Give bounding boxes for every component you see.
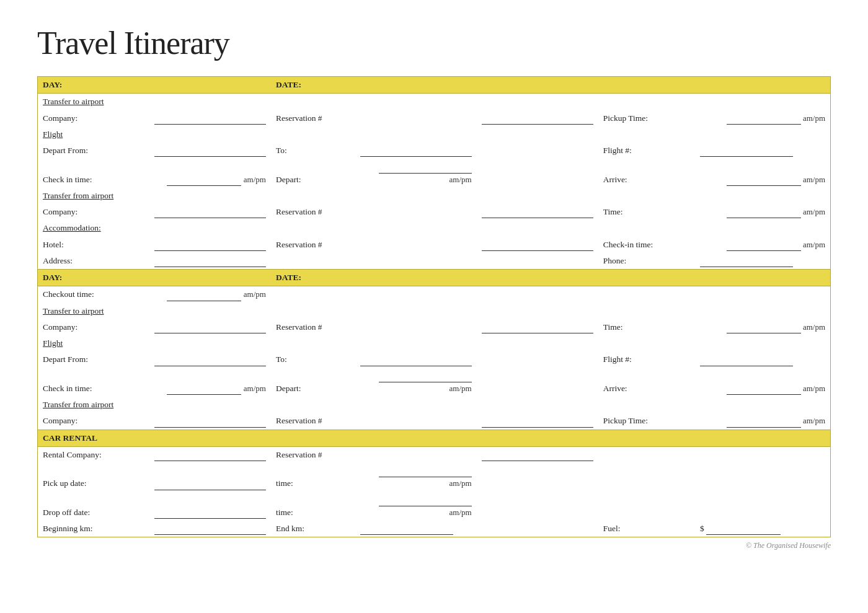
transfer-from-2-label-row: Transfer from airport xyxy=(38,397,831,413)
phone-label: Phone: xyxy=(598,253,695,270)
transfer-to-airport-1-row: Transfer to airport xyxy=(38,94,831,110)
reservation-1-field[interactable] xyxy=(477,110,598,126)
dropoff-date-field[interactable] xyxy=(149,492,271,521)
flight-hash-2-label: Flight #: xyxy=(598,351,695,368)
reservation-to-2-field[interactable] xyxy=(477,319,598,335)
beginning-km-field[interactable] xyxy=(149,521,271,537)
depart-from-1-field[interactable] xyxy=(149,143,271,159)
flight-2-checkin-row: Check in time: am/pm Depart: am/pm Arriv… xyxy=(38,368,831,397)
to-1-field[interactable] xyxy=(355,143,477,159)
checkin-1-field[interactable]: am/pm xyxy=(149,159,271,188)
section1-header: DAY: DATE: xyxy=(38,77,831,94)
time-car-pickup-label: time: xyxy=(271,463,355,492)
date-label-1: DATE: xyxy=(271,77,831,94)
arrive-2-field[interactable]: am/pm xyxy=(695,368,831,397)
hotel-field[interactable] xyxy=(149,237,271,253)
flight-1-label-row: Flight xyxy=(38,126,831,143)
km-row: Beginning km: End km: Fuel: $ xyxy=(38,521,831,537)
company-1-label: Company: xyxy=(38,110,149,126)
pickup-time-1-field[interactable]: am/pm xyxy=(695,110,831,126)
dropoff-date-row: Drop off date: time: am/pm xyxy=(38,492,831,521)
depart-2-label: Depart: xyxy=(271,368,355,397)
flight-hash-1-label: Flight #: xyxy=(598,143,695,159)
itinerary-table: DAY: DATE: Transfer to airport Company: … xyxy=(37,76,831,537)
transfer-from-2-company-row: Company: Reservation # Pickup Time: am/p… xyxy=(38,413,831,430)
reservation-1-label: Reservation # xyxy=(271,110,477,126)
reservation-car-field[interactable] xyxy=(477,446,831,463)
reservation-car-label: Reservation # xyxy=(271,446,477,463)
day-label-2: DAY: xyxy=(38,270,271,286)
company-to-2-label: Company: xyxy=(38,319,149,335)
checkin-2-field[interactable]: am/pm xyxy=(149,368,271,397)
reservation-hotel-label: Reservation # xyxy=(271,237,477,253)
flight-2-depart-row: Depart From: To: Flight #: xyxy=(38,351,831,368)
dropoff-date-label: Drop off date: xyxy=(38,492,149,521)
time-car-pickup-field[interactable]: am/pm xyxy=(355,463,477,492)
pickup-date-label: Pick up date: xyxy=(38,463,149,492)
flight-hash-2-field[interactable] xyxy=(695,351,831,368)
page-title: Travel Itinerary xyxy=(37,25,831,61)
fuel-field[interactable]: $ xyxy=(695,521,831,537)
to-1-label: To: xyxy=(271,143,355,159)
time-to-2-label: Time: xyxy=(598,319,695,335)
depart-2-field[interactable]: am/pm xyxy=(355,368,477,397)
date-label-2: DATE: xyxy=(271,270,831,286)
rental-company-row: Rental Company: Reservation # xyxy=(38,446,831,463)
transfer-from-1-label-row: Transfer from airport xyxy=(38,188,831,204)
to-2-label: To: xyxy=(271,351,355,368)
company-from-1-field[interactable] xyxy=(149,204,271,220)
checkin-time-label: Check-in time: xyxy=(598,237,695,253)
car-rental-label: CAR RENTAL xyxy=(38,430,831,446)
company-from-2-label: Company: xyxy=(38,413,149,430)
pickup-time-1-label: Pickup Time: xyxy=(598,110,695,126)
company-1-field[interactable] xyxy=(149,110,271,126)
reservation-from-2-field[interactable] xyxy=(477,413,598,430)
to-2-field[interactable] xyxy=(355,351,477,368)
copyright: © The Organised Housewife xyxy=(37,541,831,550)
checkout-field[interactable]: am/pm xyxy=(149,286,271,303)
depart-from-1-label: Depart From: xyxy=(38,143,149,159)
pickup-time-2-label: Pickup Time: xyxy=(598,413,695,430)
checkin-time-field[interactable]: am/pm xyxy=(695,237,831,253)
hotel-row: Hotel: Reservation # Check-in time: am/p… xyxy=(38,237,831,253)
checkout-label: Checkout time: xyxy=(38,286,149,303)
time-car-dropoff-label: time: xyxy=(271,492,355,521)
phone-field[interactable] xyxy=(695,253,831,270)
reservation-to-2-label: Reservation # xyxy=(271,319,477,335)
time-car-dropoff-field[interactable]: am/pm xyxy=(355,492,477,521)
hotel-label: Hotel: xyxy=(38,237,149,253)
time-from-1-label: Time: xyxy=(598,204,695,220)
reservation-from-1-field[interactable] xyxy=(477,204,598,220)
flight-1-checkin-row: Check in time: am/pm Depart: am/pm Arriv… xyxy=(38,159,831,188)
pickup-time-2-field[interactable]: am/pm xyxy=(695,413,831,430)
depart-1-field[interactable]: am/pm xyxy=(355,159,477,188)
company-from-1-label: Company: xyxy=(38,204,149,220)
pickup-date-row: Pick up date: time: am/pm xyxy=(38,463,831,492)
transfer-from-1-company-row: Company: Reservation # Time: am/pm xyxy=(38,204,831,220)
time-from-1-field[interactable]: am/pm xyxy=(695,204,831,220)
arrive-1-field[interactable]: am/pm xyxy=(695,159,831,188)
depart-from-2-field[interactable] xyxy=(149,351,271,368)
flight-hash-1-field[interactable] xyxy=(695,143,831,159)
company-from-2-field[interactable] xyxy=(149,413,271,430)
fuel-label: Fuel: xyxy=(598,521,695,537)
transfer-to-2-company-row: Company: Reservation # Time: am/pm xyxy=(38,319,831,335)
depart-from-2-label: Depart From: xyxy=(38,351,149,368)
checkout-row: Checkout time: am/pm xyxy=(38,286,831,303)
time-to-2-field[interactable]: am/pm xyxy=(695,319,831,335)
rental-company-label: Rental Company: xyxy=(38,446,149,463)
address-row: Address: Phone: xyxy=(38,253,831,270)
accommodation-label-row: Accommodation: xyxy=(38,220,831,236)
company-to-2-field[interactable] xyxy=(149,319,271,335)
checkin-1-label: Check in time: xyxy=(38,159,149,188)
day-label-1: DAY: xyxy=(38,77,271,94)
arrive-2-label: Arrive: xyxy=(598,368,695,397)
address-field[interactable] xyxy=(149,253,271,270)
transfer-company-1-row: Company: Reservation # Pickup Time: am/p… xyxy=(38,110,831,126)
pickup-date-field[interactable] xyxy=(149,463,271,492)
rental-company-field[interactable] xyxy=(149,446,271,463)
address-label: Address: xyxy=(38,253,149,270)
reservation-hotel-field[interactable] xyxy=(477,237,598,253)
flight-2-label-row: Flight xyxy=(38,335,831,351)
end-km-field[interactable] xyxy=(355,521,477,537)
